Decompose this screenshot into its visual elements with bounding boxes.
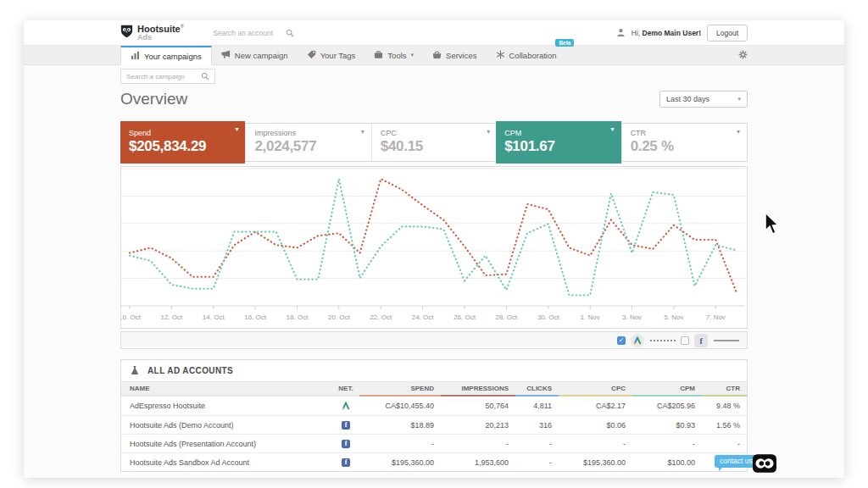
logout-button[interactable]: Logout xyxy=(707,25,748,42)
cell-cpm: $100.00 xyxy=(632,453,702,471)
caret-down-icon: ▾ xyxy=(487,128,490,136)
metric-card-impressions[interactable]: Impressions2,024,577▾ xyxy=(245,124,370,161)
tab-services[interactable]: Services xyxy=(423,46,486,64)
cell-cpm: - xyxy=(632,435,702,452)
mouse-cursor xyxy=(760,211,781,241)
campaign-search-input[interactable] xyxy=(126,73,201,80)
table-title: ALL AD ACCOUNTS xyxy=(147,366,233,375)
nav-bar: Your campaignsNew campaignYour TagsTools… xyxy=(24,45,844,65)
cell-impressions: - xyxy=(441,435,515,452)
x-axis-label: 10. Oct xyxy=(121,313,142,321)
x-axis-label: 14. Oct xyxy=(203,313,225,321)
cell-clicks: 4,811 xyxy=(515,396,559,415)
legend-checkbox-adwords[interactable]: ✓ xyxy=(617,336,626,345)
metric-value: 0.25 % xyxy=(631,138,738,155)
tab-label: Tools xyxy=(387,51,406,60)
column-header-impressions[interactable]: IMPRESSIONS xyxy=(441,382,515,396)
x-axis-label: 26. Oct xyxy=(453,313,476,321)
cell-cpc: $0.06 xyxy=(559,416,632,434)
x-axis-label: 12. Oct xyxy=(160,313,183,321)
table-row[interactable]: Hootsuite Ads Sandbox Ad Accountf$195,36… xyxy=(121,452,747,471)
date-range-dropdown[interactable]: Last 30 days ▾ xyxy=(659,91,748,108)
megaphone-icon xyxy=(221,50,231,61)
x-axis-label: 20. Oct xyxy=(328,313,351,321)
cell-cpc: CA$2.17 xyxy=(559,396,632,415)
flask-icon xyxy=(130,363,140,379)
metric-label: CTR xyxy=(631,129,738,137)
table-row[interactable]: Hootsuite Ads (Demo Account)f$18.8920,21… xyxy=(121,415,747,434)
cell-cpc: $195,360.00 xyxy=(559,453,632,471)
x-axis-label: 1. Nov xyxy=(581,313,600,321)
campaigns-icon xyxy=(131,51,140,62)
metric-cards: Spend$205,834.29▾Impressions2,024,577▾CP… xyxy=(120,123,748,162)
caret-down-icon: ▾ xyxy=(235,125,238,133)
metric-card-cpm[interactable]: CPM$101.67▾ xyxy=(496,121,620,164)
asterisk-icon xyxy=(496,50,505,61)
campaign-search xyxy=(120,69,215,84)
owl-watermark-logo xyxy=(753,454,776,476)
tab-new-campaign[interactable]: New campaign xyxy=(212,46,298,64)
tab-collaboration[interactable]: CollaborationBeta xyxy=(487,46,566,64)
metric-value: $101.67 xyxy=(504,138,612,155)
column-header-spend[interactable]: SPEND xyxy=(359,382,441,396)
metric-card-ctr[interactable]: CTR0.25 %▾ xyxy=(621,124,747,161)
gear-icon[interactable] xyxy=(738,47,748,63)
metric-card-spend[interactable]: Spend$205,834.29▾ xyxy=(120,121,245,164)
column-header-cpm[interactable]: CPM xyxy=(632,382,702,396)
x-axis-label: 28. Oct xyxy=(496,313,519,321)
cell-spend: CA$10,455.40 xyxy=(359,396,441,415)
caret-down-icon: ▾ xyxy=(737,96,741,103)
search-icon[interactable] xyxy=(286,25,294,41)
x-axis-label: 18. Oct xyxy=(287,313,309,321)
briefcase-icon xyxy=(374,50,383,61)
x-axis-label: 30. Oct xyxy=(537,313,560,321)
user-greeting[interactable]: Hi, Demo Main User! xyxy=(632,29,701,37)
account-name: Hootsuite Ads (Demo Account) xyxy=(121,416,332,434)
x-axis-label: 24. Oct xyxy=(412,313,435,321)
contact-us-button[interactable]: contact us xyxy=(715,455,758,468)
cell-ctr: - xyxy=(702,435,747,452)
metric-label: CPM xyxy=(504,129,612,137)
account-search xyxy=(213,25,294,41)
column-header-ctr[interactable]: CTR xyxy=(702,382,747,396)
account-name: AdEspresso Hootsuite xyxy=(121,396,332,415)
legend-checkbox-facebook[interactable] xyxy=(681,336,689,345)
tab-your-campaigns[interactable]: Your campaigns xyxy=(120,46,212,65)
caret-down-icon: ▾ xyxy=(361,128,364,136)
cell-clicks: - xyxy=(515,453,559,471)
legend-line-sample-dotted xyxy=(650,340,676,341)
facebook-icon: f xyxy=(332,435,359,452)
column-header-net[interactable]: NET. xyxy=(332,382,359,396)
cell-spend: $18.89 xyxy=(359,416,441,434)
table-header-row: NAMENET.SPENDIMPRESSIONSCLICKSCPCCPMCTR xyxy=(121,382,747,396)
tab-tools[interactable]: Tools▾ xyxy=(364,46,423,64)
column-header-name[interactable]: NAME xyxy=(121,382,332,396)
top-bar: Hootsuite® Ads Hi, Demo Main User! Logou… xyxy=(24,20,844,45)
chart-legend: ✓f xyxy=(120,331,748,349)
account-name: Hootsuite Ads Sandbox Ad Account xyxy=(121,453,332,471)
cell-impressions: 50,764 xyxy=(441,396,515,415)
cell-ctr: 1.56 % xyxy=(702,416,747,434)
search-icon[interactable] xyxy=(201,69,209,84)
hootsuite-logo[interactable]: Hootsuite® Ads xyxy=(120,24,184,42)
cell-cpc: - xyxy=(559,435,632,452)
x-axis-label: 5. Nov xyxy=(664,313,683,321)
account-name: Hootsuite Ads (Presentation Account) xyxy=(121,435,332,452)
tab-label: Services xyxy=(446,51,476,60)
metric-card-cpc[interactable]: CPC$40.15▾ xyxy=(371,124,497,161)
account-search-input[interactable] xyxy=(213,29,282,37)
tab-label: Collaboration xyxy=(509,51,557,60)
line-chart-panel: 10. Oct12. Oct14. Oct16. Oct18. Oct20. O… xyxy=(120,166,748,329)
tab-label: Your campaigns xyxy=(144,52,202,61)
page-title: Overview xyxy=(120,90,187,108)
tag-icon xyxy=(307,50,316,61)
metric-label: Impressions xyxy=(254,129,362,137)
accounts-table-panel: ALL AD ACCOUNTS NAMENET.SPENDIMPRESSIONS… xyxy=(120,359,748,472)
column-header-clicks[interactable]: CLICKS xyxy=(515,382,559,396)
column-header-cpc[interactable]: CPC xyxy=(559,382,632,396)
table-row[interactable]: AdEspresso HootsuiteCA$10,455.4050,7644,… xyxy=(121,396,747,415)
metric-label: Spend xyxy=(129,129,236,137)
table-row[interactable]: Hootsuite Ads (Presentation Account)f---… xyxy=(121,434,747,452)
tab-your-tags[interactable]: Your Tags xyxy=(298,46,365,64)
app-window: Hootsuite® Ads Hi, Demo Main User! Logou… xyxy=(24,20,844,478)
